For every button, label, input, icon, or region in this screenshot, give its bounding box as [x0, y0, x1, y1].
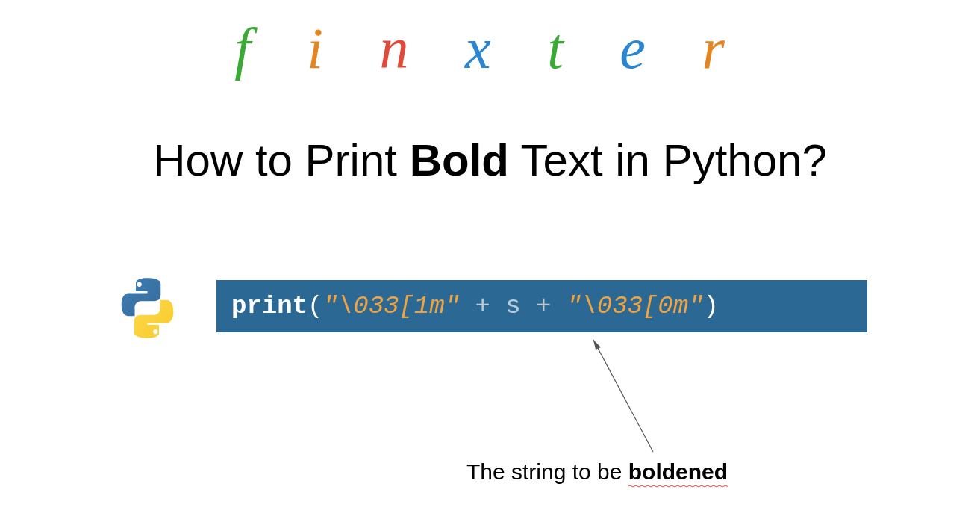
- code-string-2: "\033[0m": [567, 292, 704, 320]
- title-prefix: How to Print: [153, 135, 409, 185]
- annotation-prefix: The string to be: [466, 459, 628, 484]
- logo-letter-f: f: [234, 15, 272, 82]
- logo-letter-x: x: [465, 15, 512, 82]
- code-open-paren: (: [308, 292, 322, 320]
- svg-line-0: [593, 340, 653, 452]
- annotation-text: The string to be boldened: [466, 459, 728, 485]
- code-string-1: "\033[1m": [322, 292, 460, 320]
- brand-logo: f i n x t e r: [234, 15, 746, 82]
- logo-letter-e: e: [619, 15, 667, 82]
- code-operator-2: +: [521, 292, 567, 320]
- title-suffix: Text in Python?: [509, 135, 827, 185]
- logo-letter-i: i: [307, 15, 344, 82]
- logo-letter-r: r: [702, 15, 745, 82]
- arrow-icon: [578, 336, 668, 456]
- code-keyword: print: [231, 292, 308, 320]
- python-icon: [116, 276, 179, 340]
- logo-letter-n: n: [380, 15, 430, 82]
- code-close-paren: ): [704, 292, 719, 320]
- annotation-bold-word: boldened: [628, 459, 728, 485]
- logo-letter-t: t: [547, 15, 584, 82]
- title-bold-word: Bold: [410, 135, 509, 185]
- code-block: print("\033[1m" + s + "\033[0m"): [216, 280, 867, 332]
- code-variable: s: [505, 292, 520, 320]
- code-operator-1: +: [460, 292, 505, 320]
- svg-marker-1: [593, 340, 601, 350]
- spellcheck-squiggle-icon: [628, 485, 728, 488]
- page-title: How to Print Bold Text in Python?: [153, 134, 827, 186]
